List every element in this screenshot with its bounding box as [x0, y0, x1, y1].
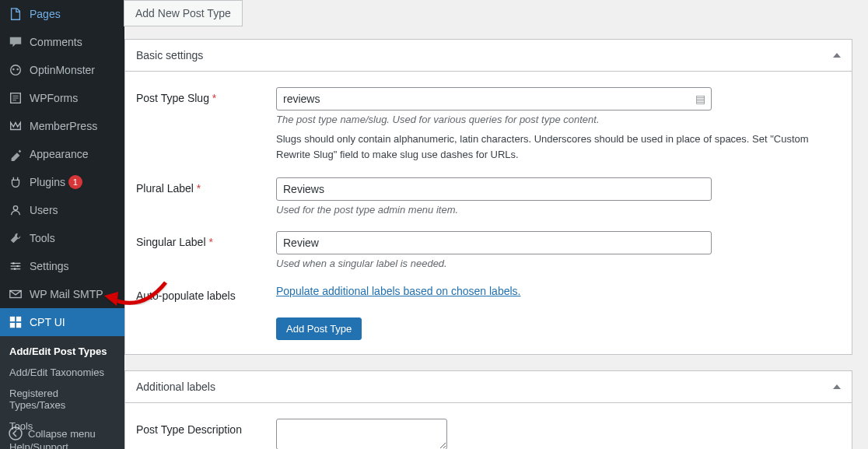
sidebar-item-label: Settings: [30, 260, 69, 272]
plural-label-input[interactable]: [276, 177, 712, 201]
tab-add-new-post-type[interactable]: Add New Post Type: [124, 0, 243, 26]
sidebar-item-label: OptinMonster: [30, 64, 95, 76]
wpforms-icon: [8, 90, 23, 106]
svg-point-7: [13, 206, 17, 210]
field-description: Used for the post type admin menu item.: [276, 204, 841, 216]
submenu-add-edit-post-types[interactable]: Add/Edit Post Types: [0, 341, 124, 362]
comments-icon: [8, 34, 23, 50]
submenu-add-edit-taxonomies[interactable]: Add/Edit Taxonomies: [0, 362, 124, 383]
field-label: Post Type Slug *: [136, 87, 276, 162]
populate-labels-link[interactable]: Populate additional labels based on chos…: [276, 285, 520, 297]
field-singular-label: Singular Label * Used when a singular la…: [136, 216, 841, 269]
field-label: Auto-populate labels: [136, 285, 276, 302]
mail-icon: [8, 286, 23, 302]
collapse-label: Collapse menu: [28, 428, 96, 440]
sidebar-item-cptui[interactable]: CPT UI: [0, 308, 124, 336]
sidebar-item-memberpress[interactable]: MemberPress: [0, 112, 124, 140]
submenu-registered-types-taxes[interactable]: Registered Types/Taxes: [0, 383, 124, 416]
field-auto-populate: Auto-populate labels Populate additional…: [136, 269, 841, 302]
required-marker: *: [208, 236, 212, 248]
field-post-type-slug: Post Type Slug * ▤ The post type name/sl…: [136, 72, 841, 162]
field-control: Used for the post type admin menu item.: [276, 177, 841, 216]
plugins-update-badge: 1: [68, 175, 82, 189]
tab-nav: Add New Post Type: [124, 0, 852, 26]
input-helper-icon[interactable]: ▤: [695, 93, 705, 105]
svg-rect-17: [10, 323, 15, 328]
basic-settings-header[interactable]: Basic settings: [125, 40, 852, 72]
add-post-type-button[interactable]: Add Post Type: [276, 317, 362, 340]
svg-point-1: [12, 68, 15, 71]
field-description-extra: Slugs should only contain alphanumeric, …: [276, 132, 841, 162]
additional-labels-header[interactable]: Additional labels: [125, 371, 852, 403]
sidebar-item-label: Tools: [30, 232, 55, 244]
panel-title: Additional labels: [136, 381, 215, 393]
post-type-slug-input[interactable]: [276, 87, 712, 110]
field-label: Post Type Description: [136, 419, 276, 449]
field-plural-label: Plural Label * Used for the post type ad…: [136, 162, 841, 216]
sidebar-item-appearance[interactable]: Appearance: [0, 140, 124, 168]
collapse-toggle-icon: [833, 53, 841, 58]
svg-point-11: [12, 262, 15, 265]
sidebar-item-optinmonster[interactable]: OptinMonster: [0, 56, 124, 84]
field-post-type-description: Post Type Description: [136, 403, 841, 449]
field-label: Singular Label *: [136, 231, 276, 269]
main-content: Add New Post Type Basic settings Post Ty…: [124, 0, 868, 449]
field-control: Used when a singular label is needed.: [276, 231, 841, 269]
settings-icon: [8, 258, 23, 274]
field-control: [276, 419, 841, 449]
additional-labels-body: Post Type Description: [125, 403, 852, 449]
svg-point-2: [16, 68, 19, 71]
field-control: Populate additional labels based on chos…: [276, 285, 841, 302]
field-description: Used when a singular label is needed.: [276, 258, 841, 269]
required-marker: *: [212, 92, 216, 104]
tools-icon: [8, 230, 23, 246]
basic-settings-body: Post Type Slug * ▤ The post type name/sl…: [125, 72, 852, 354]
memberpress-icon: [8, 118, 23, 134]
svg-point-0: [11, 65, 21, 75]
singular-label-input: [276, 231, 712, 254]
panel-title: Basic settings: [136, 49, 203, 61]
svg-rect-15: [10, 317, 15, 321]
sidebar-item-label: Comments: [30, 36, 82, 48]
field-description: The post type name/slug. Used for variou…: [276, 114, 841, 125]
sidebar-item-users[interactable]: Users: [0, 196, 124, 224]
pages-icon: [8, 6, 23, 22]
sidebar-item-tools[interactable]: Tools: [0, 224, 124, 252]
additional-labels-panel: Additional labels Post Type Description: [124, 370, 852, 449]
collapse-icon: [8, 426, 23, 441]
svg-point-12: [16, 265, 19, 268]
field-label: Plural Label *: [136, 177, 276, 216]
sidebar-item-wpmailsmtp[interactable]: WP Mail SMTP: [0, 280, 124, 308]
sidebar-item-label: Plugins: [30, 176, 65, 188]
svg-rect-16: [16, 317, 21, 321]
admin-sidebar: Pages Comments OptinMonster WPForms Memb…: [0, 0, 124, 449]
sidebar-item-label: WPForms: [30, 92, 78, 104]
collapse-toggle-icon: [833, 384, 841, 389]
svg-point-19: [9, 427, 22, 440]
sidebar-item-label: WP Mail SMTP: [30, 288, 103, 300]
users-icon: [8, 202, 23, 218]
sidebar-item-label: CPT UI: [30, 316, 65, 328]
field-control: ▤ The post type name/slug. Used for vari…: [276, 87, 841, 162]
appearance-icon: [8, 146, 23, 162]
sidebar-item-plugins[interactable]: Plugins 1: [0, 168, 124, 196]
sidebar-item-label: MemberPress: [30, 120, 97, 132]
sidebar-item-label: Pages: [30, 8, 61, 20]
collapse-menu[interactable]: Collapse menu: [0, 418, 124, 449]
sidebar-item-wpforms[interactable]: WPForms: [0, 84, 124, 112]
optinmonster-icon: [8, 62, 23, 78]
post-type-description-input[interactable]: [276, 419, 447, 449]
plugins-icon: [8, 174, 23, 190]
svg-rect-18: [16, 323, 21, 328]
sidebar-item-label: Users: [30, 204, 58, 216]
sidebar-item-label: Appearance: [30, 148, 89, 160]
required-marker: *: [197, 182, 201, 195]
basic-settings-panel: Basic settings Post Type Slug * ▤ The po…: [124, 39, 852, 355]
svg-point-13: [14, 268, 16, 270]
cptui-icon: [8, 314, 23, 330]
sidebar-item-pages[interactable]: Pages: [0, 0, 124, 28]
sidebar-item-settings[interactable]: Settings: [0, 252, 124, 280]
sidebar-item-comments[interactable]: Comments: [0, 28, 124, 56]
